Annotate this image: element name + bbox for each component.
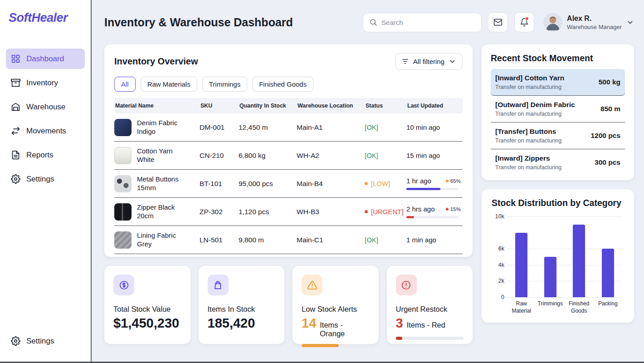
avatar xyxy=(543,13,562,32)
gear-icon xyxy=(11,336,20,346)
last-updated: 1 min ago xyxy=(406,236,463,244)
stat-label: Items In Stock xyxy=(208,305,276,314)
warehouse-icon xyxy=(11,102,20,112)
notifications-button[interactable] xyxy=(514,12,534,32)
movement-subtitle: Transfer on manufacturing xyxy=(495,84,564,90)
material-thumbnail xyxy=(114,175,132,192)
last-updated: 10 min ago xyxy=(406,123,463,131)
movement-subtitle: Transfer on manufacturing xyxy=(495,137,561,144)
movement-item[interactable]: [Outward] Denim FabricTransfer on manufa… xyxy=(491,96,625,123)
sku-value: BT-101 xyxy=(200,180,239,188)
chart-title: Stock Distribution by Category xyxy=(492,198,624,208)
movement-item[interactable]: [Inward] ZippersTransfer on manufacturin… xyxy=(491,149,625,176)
filter-chip-all[interactable]: All xyxy=(114,77,136,92)
filter-chip-raw-materials[interactable]: Raw Materials xyxy=(141,77,197,92)
page-title: Inventory & Warehouse Dashboard xyxy=(104,16,356,29)
table-row[interactable]: Denim Fabric IndigoDM-00112,450 mMain-A1… xyxy=(114,113,463,142)
chevron-down-icon xyxy=(449,58,456,65)
category-chips: AllRaw MaterialsTrimmingsFinished Goods xyxy=(114,77,463,92)
search-box xyxy=(363,13,482,32)
search-input[interactable] xyxy=(381,19,475,26)
quantity-value: 12,450 m xyxy=(239,123,297,132)
table-row[interactable]: Metal Buttons 15mmBT-10195,000 pcsMain-B… xyxy=(114,170,463,198)
quantity-value: 9,800 m xyxy=(239,236,297,244)
mail-icon xyxy=(493,18,503,27)
column-header: SKU xyxy=(200,103,239,109)
material-name: Denim Fabric Indigo xyxy=(137,119,190,136)
sidebar-item-dashboard[interactable]: Dashboard xyxy=(6,49,85,69)
stock-distribution-card: Stock Distribution by Category 10k6k4k2k… xyxy=(482,189,634,323)
grid-icon xyxy=(11,54,20,64)
sidebar-item-label: Reports xyxy=(26,151,54,160)
stock-percent: 15% xyxy=(446,206,461,212)
bag-icon xyxy=(208,275,229,295)
movement-subtitle: Transfer on manufacturing xyxy=(495,164,561,171)
y-axis-tick: 0 xyxy=(492,294,504,300)
sidebar-item-settings[interactable]: Settings xyxy=(6,169,85,189)
stat-value: 3 xyxy=(396,316,403,331)
stat-suffix: Items - Red xyxy=(407,321,445,329)
table-header: Material NameSKUQuantity In StockWarehou… xyxy=(114,98,463,113)
column-header: Material Name xyxy=(114,103,200,109)
alert-icon xyxy=(396,275,417,295)
quantity-value: 1,120 pcs xyxy=(239,208,297,216)
sidebar-item-label: Warehouse xyxy=(26,103,65,112)
report-icon xyxy=(11,150,20,160)
chevron-down-icon xyxy=(626,19,634,26)
movement-item[interactable]: [Transfer] ButtonsTransfer on manufactur… xyxy=(491,123,625,149)
stat-progress xyxy=(396,337,464,340)
gear-icon xyxy=(11,174,20,184)
movement-title: [Outward] Denim Fabric xyxy=(495,101,575,109)
stat-card-urgent-restock: Urgent Restock3Items - Red xyxy=(387,266,473,344)
sidebar-item-warehouse[interactable]: Warehouse xyxy=(6,97,85,117)
sidebar-item-inventory[interactable]: Inventory xyxy=(6,73,85,93)
stock-progress-bar xyxy=(406,216,459,218)
sidebar-item-movements[interactable]: Movements xyxy=(6,121,85,141)
filter-chip-finished-goods[interactable]: Finished Goods xyxy=(252,77,313,92)
movement-item[interactable]: [Inward] Cotton YarnTransfer on manufact… xyxy=(491,69,625,96)
y-axis-tick: 2k xyxy=(492,278,504,284)
stat-value: 14 xyxy=(302,316,316,331)
sidebar-item-label: Settings xyxy=(26,175,54,184)
x-axis-label: Raw Material xyxy=(507,300,536,314)
table-row[interactable]: Zipper Black 20cmZP-3021,120 pcsWH-B3[UR… xyxy=(114,198,463,226)
sidebar-item-settings-footer[interactable]: Settings xyxy=(6,331,85,351)
inventory-table: Denim Fabric IndigoDM-00112,450 mMain-A1… xyxy=(114,113,463,254)
user-menu[interactable]: Alex R. Warehouse Manager xyxy=(543,13,634,32)
user-role: Warehouse Manager xyxy=(567,24,622,30)
filter-chip-trimmings[interactable]: Trimmings xyxy=(202,77,247,92)
table-row[interactable]: Lining Fabric GreyLN-5019,800 mMain-C1[O… xyxy=(114,226,463,254)
stock-percent: 65% xyxy=(446,178,461,184)
filter-icon xyxy=(401,58,409,65)
gridline xyxy=(507,297,622,298)
status-dot xyxy=(365,210,368,213)
mail-button[interactable] xyxy=(488,12,508,32)
bars-row xyxy=(507,216,622,297)
stat-label: Urgent Restock xyxy=(396,305,464,314)
sidebar-item-reports[interactable]: Reports xyxy=(6,145,85,165)
user-name: Alex R. xyxy=(567,15,622,23)
search-icon xyxy=(369,18,377,26)
material-thumbnail xyxy=(114,147,132,164)
stat-card-items-in-stock: Items In Stock185,420 xyxy=(199,266,285,344)
sidebar-item-label: Dashboard xyxy=(26,54,64,64)
filter-button-label: All filtering xyxy=(413,58,444,65)
table-row[interactable]: Cotton Yarn WhiteCN-2106,800 kgWH-A2[OK]… xyxy=(114,142,463,170)
filter-button[interactable]: All filtering xyxy=(395,53,463,70)
material-thumbnail xyxy=(114,119,132,136)
stat-card-low-stock-alerts: Low Stock Alerts14Items - Orange xyxy=(293,266,379,344)
movement-amount: 850 m xyxy=(600,105,620,113)
movement-amount: 500 kg xyxy=(599,78,620,86)
material-thumbnail xyxy=(114,231,132,249)
column-header: Status xyxy=(365,103,406,109)
inventory-title: Inventory Overview xyxy=(114,56,198,67)
stat-label: Low Stock Alerts xyxy=(302,305,370,314)
warehouse-location-value: Main-A1 xyxy=(297,123,365,132)
status-badge: [OK] xyxy=(365,236,406,244)
stat-card-total-stock-value: Total Stock Value$1,450,230 xyxy=(104,266,190,344)
box-icon xyxy=(11,78,20,88)
x-axis-label: Packing xyxy=(594,300,623,314)
sidebar-footer-label: Settings xyxy=(26,337,54,346)
quantity-value: 95,000 pcs xyxy=(239,180,297,188)
x-axis-label: Finished Goods xyxy=(565,300,594,314)
